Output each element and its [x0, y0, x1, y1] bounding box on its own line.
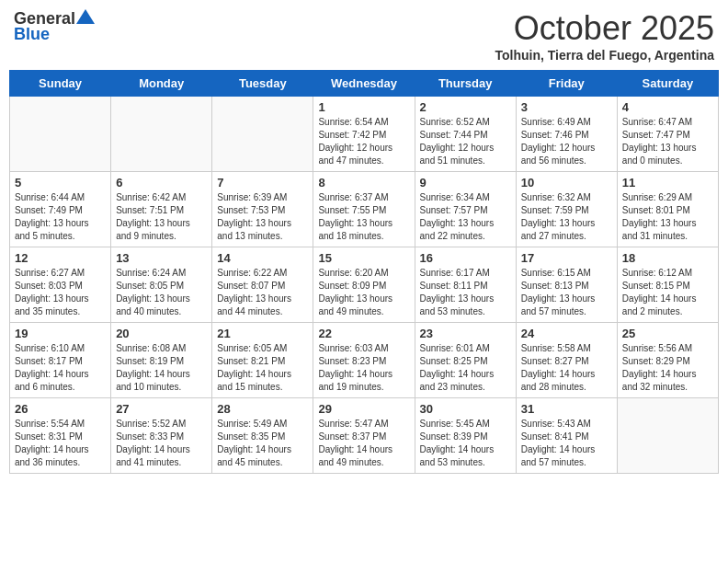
day-info: Sunrise: 6:34 AM Sunset: 7:57 PM Dayligh… [420, 191, 511, 243]
calendar-header-row: SundayMondayTuesdayWednesdayThursdayFrid… [10, 71, 719, 97]
day-number: 8 [318, 176, 409, 190]
day-info: Sunrise: 6:39 AM Sunset: 7:53 PM Dayligh… [217, 191, 308, 243]
calendar-cell: 20Sunrise: 6:08 AM Sunset: 8:19 PM Dayli… [111, 323, 212, 398]
calendar-cell: 11Sunrise: 6:29 AM Sunset: 8:01 PM Dayli… [617, 172, 718, 247]
day-number: 4 [622, 100, 713, 114]
day-number: 23 [420, 327, 511, 340]
calendar-cell: 19Sunrise: 6:10 AM Sunset: 8:17 PM Dayli… [10, 323, 111, 398]
logo-icon [76, 9, 95, 24]
calendar-cell: 9Sunrise: 6:34 AM Sunset: 7:57 PM Daylig… [415, 172, 516, 247]
day-number: 22 [318, 327, 409, 340]
calendar-cell: 2Sunrise: 6:52 AM Sunset: 7:44 PM Daylig… [415, 97, 516, 172]
title-block: October 2025 Tolhuin, Tierra del Fuego, … [495, 9, 714, 63]
location-text: Tolhuin, Tierra del Fuego, Argentina [495, 48, 714, 63]
day-number: 17 [521, 251, 612, 265]
day-info: Sunrise: 6:42 AM Sunset: 7:51 PM Dayligh… [116, 191, 207, 243]
day-header-friday: Friday [516, 71, 617, 97]
calendar-cell: 7Sunrise: 6:39 AM Sunset: 7:53 PM Daylig… [212, 172, 313, 247]
day-info: Sunrise: 6:15 AM Sunset: 8:13 PM Dayligh… [521, 267, 612, 318]
day-info: Sunrise: 5:58 AM Sunset: 8:27 PM Dayligh… [521, 342, 612, 394]
day-info: Sunrise: 5:54 AM Sunset: 8:31 PM Dayligh… [15, 418, 106, 469]
calendar-cell [10, 97, 111, 172]
day-number: 20 [116, 327, 207, 340]
day-header-thursday: Thursday [415, 71, 516, 97]
calendar-cell: 16Sunrise: 6:17 AM Sunset: 8:11 PM Dayli… [415, 247, 516, 323]
calendar-cell: 17Sunrise: 6:15 AM Sunset: 8:13 PM Dayli… [516, 247, 617, 323]
day-number: 13 [116, 251, 207, 265]
day-info: Sunrise: 6:52 AM Sunset: 7:44 PM Dayligh… [420, 116, 511, 167]
calendar-cell: 27Sunrise: 5:52 AM Sunset: 8:33 PM Dayli… [111, 398, 212, 474]
calendar-cell: 4Sunrise: 6:47 AM Sunset: 7:47 PM Daylig… [617, 97, 718, 172]
calendar-cell: 8Sunrise: 6:37 AM Sunset: 7:55 PM Daylig… [313, 172, 415, 247]
day-header-saturday: Saturday [617, 71, 718, 97]
day-number: 26 [15, 402, 106, 416]
logo: General Blue [14, 9, 96, 44]
calendar-week-row: 5Sunrise: 6:44 AM Sunset: 7:49 PM Daylig… [10, 172, 719, 247]
day-info: Sunrise: 6:29 AM Sunset: 8:01 PM Dayligh… [622, 191, 713, 243]
svg-marker-0 [76, 9, 95, 24]
day-info: Sunrise: 6:24 AM Sunset: 8:05 PM Dayligh… [116, 267, 207, 318]
day-number: 31 [521, 402, 612, 416]
calendar-week-row: 26Sunrise: 5:54 AM Sunset: 8:31 PM Dayli… [10, 398, 719, 474]
day-number: 19 [15, 327, 106, 340]
calendar-cell: 6Sunrise: 6:42 AM Sunset: 7:51 PM Daylig… [111, 172, 212, 247]
day-info: Sunrise: 6:01 AM Sunset: 8:25 PM Dayligh… [420, 342, 511, 394]
day-info: Sunrise: 6:47 AM Sunset: 7:47 PM Dayligh… [622, 116, 713, 167]
day-info: Sunrise: 6:10 AM Sunset: 8:17 PM Dayligh… [15, 342, 106, 394]
calendar-cell: 24Sunrise: 5:58 AM Sunset: 8:27 PM Dayli… [516, 323, 617, 398]
day-number: 12 [15, 251, 106, 265]
calendar-cell: 29Sunrise: 5:47 AM Sunset: 8:37 PM Dayli… [313, 398, 415, 474]
day-number: 30 [420, 402, 511, 416]
calendar-cell: 28Sunrise: 5:49 AM Sunset: 8:35 PM Dayli… [212, 398, 313, 474]
day-number: 27 [116, 402, 207, 416]
calendar-cell: 12Sunrise: 6:27 AM Sunset: 8:03 PM Dayli… [10, 247, 111, 323]
day-number: 16 [420, 251, 511, 265]
calendar-cell [111, 97, 212, 172]
day-info: Sunrise: 6:44 AM Sunset: 7:49 PM Dayligh… [15, 191, 106, 243]
calendar-cell: 30Sunrise: 5:45 AM Sunset: 8:39 PM Dayli… [415, 398, 516, 474]
day-info: Sunrise: 5:49 AM Sunset: 8:35 PM Dayligh… [217, 418, 308, 469]
day-number: 29 [318, 402, 409, 416]
day-header-wednesday: Wednesday [313, 71, 415, 97]
month-title: October 2025 [495, 9, 714, 48]
day-number: 9 [420, 176, 511, 190]
day-info: Sunrise: 6:27 AM Sunset: 8:03 PM Dayligh… [15, 267, 106, 318]
day-info: Sunrise: 6:37 AM Sunset: 7:55 PM Dayligh… [318, 191, 409, 243]
day-info: Sunrise: 6:17 AM Sunset: 8:11 PM Dayligh… [420, 267, 511, 318]
day-number: 2 [420, 100, 511, 114]
calendar-cell: 15Sunrise: 6:20 AM Sunset: 8:09 PM Dayli… [313, 247, 415, 323]
calendar-cell [617, 398, 718, 474]
calendar-week-row: 19Sunrise: 6:10 AM Sunset: 8:17 PM Dayli… [10, 323, 719, 398]
page-header: General Blue October 2025 Tolhuin, Tierr… [9, 9, 719, 63]
day-number: 5 [15, 176, 106, 190]
calendar-cell: 23Sunrise: 6:01 AM Sunset: 8:25 PM Dayli… [415, 323, 516, 398]
day-info: Sunrise: 6:20 AM Sunset: 8:09 PM Dayligh… [318, 267, 409, 318]
day-number: 10 [521, 176, 612, 190]
calendar-cell: 13Sunrise: 6:24 AM Sunset: 8:05 PM Dayli… [111, 247, 212, 323]
calendar-cell: 22Sunrise: 6:03 AM Sunset: 8:23 PM Dayli… [313, 323, 415, 398]
calendar-cell: 3Sunrise: 6:49 AM Sunset: 7:46 PM Daylig… [516, 97, 617, 172]
calendar-week-row: 12Sunrise: 6:27 AM Sunset: 8:03 PM Dayli… [10, 247, 719, 323]
day-number: 3 [521, 100, 612, 114]
logo-blue-text: Blue [14, 25, 50, 43]
day-number: 25 [622, 327, 713, 340]
calendar-cell: 1Sunrise: 6:54 AM Sunset: 7:42 PM Daylig… [313, 97, 415, 172]
calendar-week-row: 1Sunrise: 6:54 AM Sunset: 7:42 PM Daylig… [10, 97, 719, 172]
day-number: 21 [217, 327, 308, 340]
calendar-cell: 10Sunrise: 6:32 AM Sunset: 7:59 PM Dayli… [516, 172, 617, 247]
calendar-cell: 31Sunrise: 5:43 AM Sunset: 8:41 PM Dayli… [516, 398, 617, 474]
day-number: 14 [217, 251, 308, 265]
day-header-sunday: Sunday [10, 71, 111, 97]
calendar-cell: 26Sunrise: 5:54 AM Sunset: 8:31 PM Dayli… [10, 398, 111, 474]
day-number: 18 [622, 251, 713, 265]
calendar-cell: 5Sunrise: 6:44 AM Sunset: 7:49 PM Daylig… [10, 172, 111, 247]
day-info: Sunrise: 5:43 AM Sunset: 8:41 PM Dayligh… [521, 418, 612, 469]
day-info: Sunrise: 6:05 AM Sunset: 8:21 PM Dayligh… [217, 342, 308, 394]
day-info: Sunrise: 6:54 AM Sunset: 7:42 PM Dayligh… [318, 116, 409, 167]
calendar-cell: 21Sunrise: 6:05 AM Sunset: 8:21 PM Dayli… [212, 323, 313, 398]
day-info: Sunrise: 6:22 AM Sunset: 8:07 PM Dayligh… [217, 267, 308, 318]
day-info: Sunrise: 6:49 AM Sunset: 7:46 PM Dayligh… [521, 116, 612, 167]
day-number: 24 [521, 327, 612, 340]
calendar-cell [212, 97, 313, 172]
calendar-table: SundayMondayTuesdayWednesdayThursdayFrid… [9, 70, 719, 474]
